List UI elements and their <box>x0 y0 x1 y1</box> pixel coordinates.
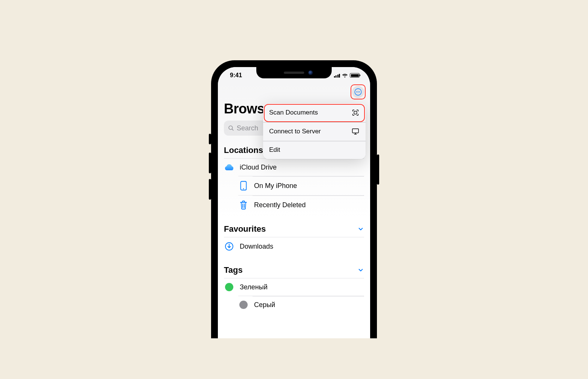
svg-point-1 <box>356 92 357 92</box>
cellular-signal-icon <box>334 73 340 78</box>
battery-icon <box>350 73 360 78</box>
ellipsis-icon <box>354 88 362 96</box>
phone-icon <box>238 181 249 191</box>
menu-item-label: Edit <box>269 146 280 154</box>
list-item-label: Серый <box>254 301 275 309</box>
menu-item-scan-documents[interactable]: Scan Documents <box>263 103 366 122</box>
list-item-label: On My iPhone <box>254 182 297 190</box>
speaker <box>284 72 304 74</box>
svg-point-2 <box>358 92 358 92</box>
section-header-tags[interactable]: Tags <box>224 265 364 275</box>
svg-point-7 <box>243 188 244 190</box>
side-button <box>377 154 379 185</box>
list-item-label: iCloud Drive <box>240 164 277 171</box>
side-button <box>209 153 211 173</box>
list-item-on-my-iphone[interactable]: On My iPhone <box>238 176 364 195</box>
trash-icon <box>238 200 249 210</box>
svg-rect-10 <box>352 129 359 133</box>
list-item-label: Recently Deleted <box>254 201 306 209</box>
list-item-downloads[interactable]: Downloads <box>224 237 364 255</box>
svg-rect-9 <box>354 111 357 114</box>
search-icon <box>228 125 234 131</box>
status-time: 9:41 <box>230 72 242 79</box>
svg-line-5 <box>232 129 233 130</box>
chevron-down-icon <box>357 267 364 274</box>
context-menu: Scan Documents Connect to Server Edit <box>263 103 366 159</box>
menu-item-label: Scan Documents <box>269 109 318 116</box>
list-item-recently-deleted[interactable]: Recently Deleted <box>238 195 364 214</box>
section-header-label: Favourites <box>224 224 266 234</box>
menu-item-label: Connect to Server <box>269 128 321 135</box>
iphone-device-frame: 9:41 <box>211 60 377 338</box>
scan-icon <box>351 109 360 117</box>
notch <box>256 67 332 78</box>
front-camera <box>308 70 313 75</box>
tag-dot-grey-icon <box>239 301 248 309</box>
icloud-icon <box>224 163 234 171</box>
svg-point-3 <box>359 92 360 92</box>
desktop-icon <box>351 127 360 136</box>
section-header-label: Locations <box>224 145 263 155</box>
side-button <box>209 134 211 144</box>
screen: 9:41 <box>218 67 370 338</box>
wifi-icon <box>342 73 348 78</box>
list-item-tag-grey[interactable]: Серый <box>238 296 364 313</box>
section-header-label: Tags <box>224 265 243 275</box>
list-item-tag-green[interactable]: Зеленый <box>224 278 364 296</box>
list-item-label: Downloads <box>240 243 273 251</box>
download-icon <box>224 242 234 251</box>
menu-item-connect-to-server[interactable]: Connect to Server <box>263 122 366 141</box>
list-item-label: Зеленый <box>240 283 268 291</box>
more-options-button[interactable] <box>352 86 364 98</box>
menu-item-edit[interactable]: Edit <box>263 141 366 159</box>
section-header-favourites[interactable]: Favourites <box>224 224 364 234</box>
side-button <box>209 179 211 200</box>
tag-dot-green-icon <box>225 283 233 291</box>
chevron-down-icon <box>357 226 364 232</box>
list-item-icloud-drive[interactable]: iCloud Drive <box>224 159 364 176</box>
